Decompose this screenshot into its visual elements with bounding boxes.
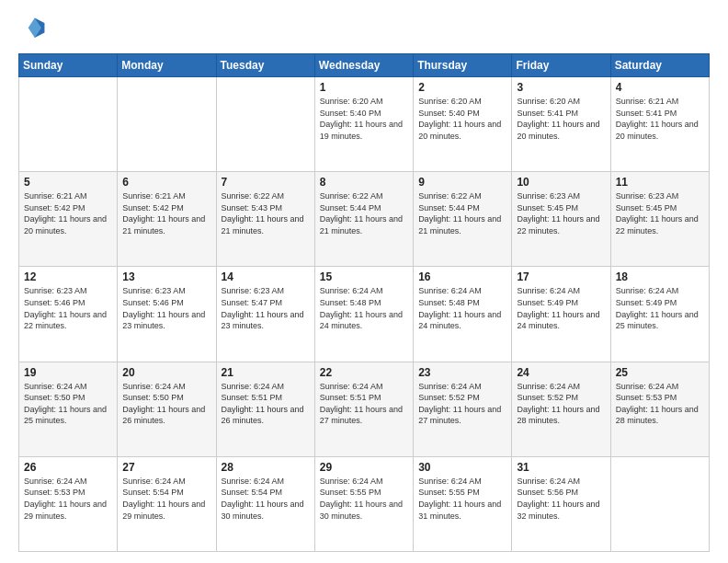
calendar-week-row: 19Sunrise: 6:24 AMSunset: 5:50 PMDayligh…: [19, 362, 710, 456]
day-info: Sunrise: 6:24 AMSunset: 5:48 PMDaylight:…: [320, 285, 408, 331]
calendar-cell: 13Sunrise: 6:23 AMSunset: 5:46 PMDayligh…: [118, 267, 216, 362]
day-number: 22: [320, 366, 408, 379]
day-info: Sunrise: 6:21 AMSunset: 5:42 PMDaylight:…: [24, 190, 112, 236]
calendar-day-header: Sunday: [19, 54, 118, 77]
calendar-day-header: Saturday: [610, 54, 709, 77]
calendar-cell: 24Sunrise: 6:24 AMSunset: 5:52 PMDayligh…: [512, 362, 610, 456]
calendar-cell: [216, 77, 314, 172]
day-number: 26: [24, 461, 112, 474]
day-number: 19: [24, 366, 112, 379]
calendar-week-row: 26Sunrise: 6:24 AMSunset: 5:53 PMDayligh…: [19, 456, 710, 551]
calendar-cell: [118, 77, 216, 172]
calendar-cell: 14Sunrise: 6:23 AMSunset: 5:47 PMDayligh…: [216, 267, 314, 362]
calendar-cell: 2Sunrise: 6:20 AMSunset: 5:40 PMDaylight…: [414, 77, 512, 172]
day-number: 6: [122, 176, 210, 189]
day-number: 16: [418, 270, 506, 283]
day-info: Sunrise: 6:24 AMSunset: 5:50 PMDaylight:…: [122, 381, 210, 427]
day-number: 8: [320, 176, 408, 189]
day-info: Sunrise: 6:22 AMSunset: 5:43 PMDaylight:…: [222, 190, 310, 236]
calendar-day-header: Friday: [512, 54, 610, 77]
calendar-cell: 10Sunrise: 6:23 AMSunset: 5:45 PMDayligh…: [512, 172, 610, 267]
calendar-cell: 7Sunrise: 6:22 AMSunset: 5:43 PMDaylight…: [216, 172, 314, 267]
calendar-table: SundayMondayTuesdayWednesdayThursdayFrid…: [18, 53, 710, 552]
calendar-cell: 17Sunrise: 6:24 AMSunset: 5:49 PMDayligh…: [512, 267, 610, 362]
day-info: Sunrise: 6:24 AMSunset: 5:54 PMDaylight:…: [222, 476, 310, 522]
calendar-cell: 8Sunrise: 6:22 AMSunset: 5:44 PMDaylight…: [314, 172, 413, 267]
calendar-cell: 29Sunrise: 6:24 AMSunset: 5:55 PMDayligh…: [314, 456, 413, 551]
day-info: Sunrise: 6:24 AMSunset: 5:55 PMDaylight:…: [418, 476, 506, 522]
day-number: 18: [616, 270, 704, 283]
calendar-cell: 31Sunrise: 6:24 AMSunset: 5:56 PMDayligh…: [512, 456, 610, 551]
day-info: Sunrise: 6:24 AMSunset: 5:48 PMDaylight:…: [418, 285, 506, 331]
day-number: 30: [418, 461, 506, 474]
day-info: Sunrise: 6:21 AMSunset: 5:41 PMDaylight:…: [616, 96, 704, 142]
day-info: Sunrise: 6:23 AMSunset: 5:47 PMDaylight:…: [222, 285, 310, 331]
day-info: Sunrise: 6:24 AMSunset: 5:53 PMDaylight:…: [616, 381, 704, 427]
day-number: 20: [122, 366, 210, 379]
day-number: 7: [222, 176, 310, 189]
day-info: Sunrise: 6:24 AMSunset: 5:49 PMDaylight:…: [616, 285, 704, 331]
calendar-cell: 26Sunrise: 6:24 AMSunset: 5:53 PMDayligh…: [19, 456, 118, 551]
day-number: 15: [320, 270, 408, 283]
calendar-cell: [19, 77, 118, 172]
day-number: 3: [517, 81, 605, 94]
day-number: 9: [418, 176, 506, 189]
calendar-cell: 12Sunrise: 6:23 AMSunset: 5:46 PMDayligh…: [19, 267, 118, 362]
day-number: 14: [222, 270, 310, 283]
day-info: Sunrise: 6:21 AMSunset: 5:42 PMDaylight:…: [122, 190, 210, 236]
day-info: Sunrise: 6:24 AMSunset: 5:51 PMDaylight:…: [222, 381, 310, 427]
day-info: Sunrise: 6:23 AMSunset: 5:46 PMDaylight:…: [24, 285, 112, 331]
day-number: 25: [616, 366, 704, 379]
calendar-cell: 19Sunrise: 6:24 AMSunset: 5:50 PMDayligh…: [19, 362, 118, 456]
day-number: 11: [616, 176, 704, 189]
calendar-cell: 22Sunrise: 6:24 AMSunset: 5:51 PMDayligh…: [314, 362, 413, 456]
calendar-cell: 23Sunrise: 6:24 AMSunset: 5:52 PMDayligh…: [414, 362, 512, 456]
day-number: 23: [418, 366, 506, 379]
day-number: 31: [517, 461, 605, 474]
calendar-cell: 16Sunrise: 6:24 AMSunset: 5:48 PMDayligh…: [414, 267, 512, 362]
calendar-cell: 20Sunrise: 6:24 AMSunset: 5:50 PMDayligh…: [118, 362, 216, 456]
day-number: 29: [320, 461, 408, 474]
calendar-cell: 18Sunrise: 6:24 AMSunset: 5:49 PMDayligh…: [610, 267, 709, 362]
header: [18, 15, 710, 44]
calendar-week-row: 12Sunrise: 6:23 AMSunset: 5:46 PMDayligh…: [19, 267, 710, 362]
day-number: 24: [517, 366, 605, 379]
day-number: 10: [517, 176, 605, 189]
calendar-week-row: 1Sunrise: 6:20 AMSunset: 5:40 PMDaylight…: [19, 77, 710, 172]
calendar-cell: 1Sunrise: 6:20 AMSunset: 5:40 PMDaylight…: [314, 77, 413, 172]
calendar-cell: [610, 456, 709, 551]
calendar-day-header: Wednesday: [314, 54, 413, 77]
logo-icon: [18, 15, 48, 44]
calendar-cell: 11Sunrise: 6:23 AMSunset: 5:45 PMDayligh…: [610, 172, 709, 267]
calendar-header-row: SundayMondayTuesdayWednesdayThursdayFrid…: [19, 54, 710, 77]
day-number: 5: [24, 176, 112, 189]
calendar-week-row: 5Sunrise: 6:21 AMSunset: 5:42 PMDaylight…: [19, 172, 710, 267]
day-info: Sunrise: 6:24 AMSunset: 5:52 PMDaylight:…: [517, 381, 605, 427]
calendar-cell: 15Sunrise: 6:24 AMSunset: 5:48 PMDayligh…: [314, 267, 413, 362]
day-number: 1: [320, 81, 408, 94]
day-info: Sunrise: 6:24 AMSunset: 5:54 PMDaylight:…: [122, 476, 210, 522]
day-number: 13: [122, 270, 210, 283]
day-info: Sunrise: 6:20 AMSunset: 5:40 PMDaylight:…: [418, 96, 506, 142]
day-number: 28: [222, 461, 310, 474]
day-number: 12: [24, 270, 112, 283]
day-info: Sunrise: 6:24 AMSunset: 5:53 PMDaylight:…: [24, 476, 112, 522]
calendar-cell: 27Sunrise: 6:24 AMSunset: 5:54 PMDayligh…: [118, 456, 216, 551]
calendar-cell: 30Sunrise: 6:24 AMSunset: 5:55 PMDayligh…: [414, 456, 512, 551]
day-info: Sunrise: 6:22 AMSunset: 5:44 PMDaylight:…: [320, 190, 408, 236]
day-info: Sunrise: 6:24 AMSunset: 5:49 PMDaylight:…: [517, 285, 605, 331]
calendar-day-header: Tuesday: [216, 54, 314, 77]
calendar-cell: 25Sunrise: 6:24 AMSunset: 5:53 PMDayligh…: [610, 362, 709, 456]
calendar-day-header: Thursday: [414, 54, 512, 77]
calendar-cell: 3Sunrise: 6:20 AMSunset: 5:41 PMDaylight…: [512, 77, 610, 172]
day-info: Sunrise: 6:23 AMSunset: 5:45 PMDaylight:…: [517, 190, 605, 236]
calendar-cell: 28Sunrise: 6:24 AMSunset: 5:54 PMDayligh…: [216, 456, 314, 551]
calendar-day-header: Monday: [118, 54, 216, 77]
day-number: 27: [122, 461, 210, 474]
day-info: Sunrise: 6:22 AMSunset: 5:44 PMDaylight:…: [418, 190, 506, 236]
day-info: Sunrise: 6:24 AMSunset: 5:52 PMDaylight:…: [418, 381, 506, 427]
calendar-cell: 4Sunrise: 6:21 AMSunset: 5:41 PMDaylight…: [610, 77, 709, 172]
page: SundayMondayTuesdayWednesdayThursdayFrid…: [0, 0, 728, 563]
calendar-cell: 9Sunrise: 6:22 AMSunset: 5:44 PMDaylight…: [414, 172, 512, 267]
calendar-cell: 5Sunrise: 6:21 AMSunset: 5:42 PMDaylight…: [19, 172, 118, 267]
